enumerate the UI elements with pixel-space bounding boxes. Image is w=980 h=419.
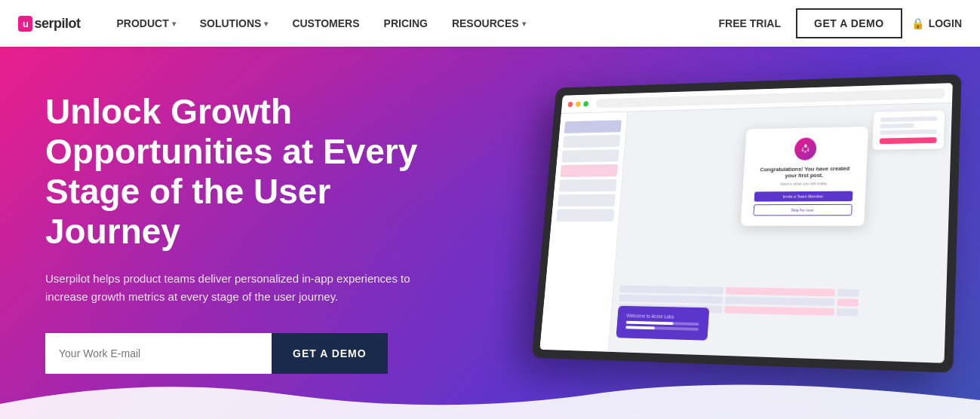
table-cell bbox=[725, 296, 834, 306]
dot-green bbox=[583, 101, 588, 106]
hero-form: GET A DEMO bbox=[45, 333, 422, 374]
hero-title: Unlock Growth Opportunities at Every Sta… bbox=[45, 92, 422, 252]
svg-point-5 bbox=[807, 149, 809, 151]
nav-resources-label: RESOURCES bbox=[452, 17, 519, 29]
nav-pricing[interactable]: PRICING bbox=[372, 0, 440, 47]
svg-point-6 bbox=[804, 151, 806, 153]
hero-subtitle: Userpilot helps product teams deliver pe… bbox=[45, 270, 422, 306]
nav-product-label: PRODUCT bbox=[116, 17, 168, 29]
sidebar-item bbox=[559, 179, 617, 192]
progress-bar-bg bbox=[626, 321, 699, 326]
progress-bar-fill bbox=[625, 326, 655, 329]
nav-customers-label: CUSTOMERS bbox=[292, 17, 359, 29]
sidebar-item bbox=[556, 209, 614, 221]
mockup-frame: Congratulations! You have created your f… bbox=[532, 74, 962, 372]
nav-right: FREE TRIAL GET A DEMO 🔒 LOGIN bbox=[713, 8, 962, 38]
invite-btn: Invite a Team Member bbox=[754, 191, 853, 202]
card-line bbox=[880, 124, 914, 129]
nav-solutions[interactable]: SOLUTIONS ▾ bbox=[188, 0, 281, 47]
progress-bar-fill bbox=[626, 321, 674, 325]
login-link[interactable]: 🔒 LOGIN bbox=[911, 17, 962, 29]
table-cell bbox=[619, 295, 723, 304]
welcome-card: Welcome to Acme Labs bbox=[616, 306, 709, 341]
email-input[interactable] bbox=[45, 333, 272, 374]
hero-section: Unlock Growth Opportunities at Every Sta… bbox=[0, 47, 980, 419]
table-cell bbox=[724, 306, 834, 316]
screen-main: Congratulations! You have created your f… bbox=[608, 103, 952, 363]
screen-body: Congratulations! You have created your f… bbox=[539, 103, 952, 363]
get-demo-button[interactable]: GET A DEMO bbox=[796, 8, 902, 38]
skip-btn: Skip for now bbox=[753, 204, 852, 216]
nav-resources[interactable]: RESOURCES ▾ bbox=[440, 0, 538, 47]
welcome-title: Welcome to Acme Labs bbox=[626, 313, 699, 320]
logo-text: serpilot bbox=[34, 16, 80, 32]
hero-cta-button[interactable]: GET A DEMO bbox=[272, 333, 388, 374]
svg-line-3 bbox=[807, 148, 809, 149]
table-cell bbox=[837, 289, 859, 296]
mockup-screen: Congratulations! You have created your f… bbox=[539, 83, 952, 363]
table-cell bbox=[837, 298, 859, 306]
card-line bbox=[880, 116, 937, 121]
logo-box: u bbox=[18, 16, 32, 32]
hero-content: Unlock Growth Opportunities at Every Sta… bbox=[0, 92, 468, 374]
nav-pricing-label: PRICING bbox=[384, 17, 428, 29]
nav-items: PRODUCT ▾ SOLUTIONS ▾ CUSTOMERS PRICING … bbox=[104, 0, 712, 47]
chevron-down-icon: ▾ bbox=[264, 20, 268, 28]
right-mini-card bbox=[872, 110, 945, 149]
progress-bar-bg bbox=[625, 326, 699, 330]
nav-product[interactable]: PRODUCT ▾ bbox=[104, 0, 187, 47]
free-trial-link[interactable]: FREE TRIAL bbox=[713, 17, 787, 29]
lock-icon: 🔒 bbox=[911, 17, 924, 29]
logo[interactable]: u serpilot bbox=[18, 16, 80, 32]
chevron-down-icon: ▾ bbox=[172, 20, 176, 28]
table-cell bbox=[837, 308, 859, 317]
hero-wave bbox=[0, 374, 980, 419]
table-cell bbox=[619, 286, 723, 295]
table-cell bbox=[726, 287, 835, 296]
svg-line-2 bbox=[802, 148, 803, 149]
app-mockup: Congratulations! You have created your f… bbox=[532, 74, 962, 372]
dot-red bbox=[568, 102, 573, 107]
nav-solutions-label: SOLUTIONS bbox=[200, 17, 262, 29]
card-action-btn bbox=[880, 137, 937, 144]
dot-yellow bbox=[576, 101, 581, 106]
sidebar-item bbox=[563, 135, 620, 148]
svg-point-4 bbox=[801, 149, 803, 151]
card-line bbox=[880, 130, 937, 135]
card-title: Congratulations! You have created your f… bbox=[755, 165, 854, 179]
nav-customers[interactable]: CUSTOMERS bbox=[280, 0, 371, 47]
sidebar-item bbox=[558, 194, 616, 207]
login-label: LOGIN bbox=[929, 17, 962, 29]
sidebar-item bbox=[564, 120, 622, 133]
card-icon bbox=[794, 137, 816, 160]
congrats-card: Congratulations! You have created your f… bbox=[741, 127, 868, 226]
sidebar-item bbox=[561, 149, 619, 162]
chevron-down-icon: ▾ bbox=[522, 20, 526, 28]
sidebar-item bbox=[561, 164, 619, 177]
navbar: u serpilot PRODUCT ▾ SOLUTIONS ▾ CUSTOME… bbox=[0, 0, 980, 47]
card-sub: Here's what you did today bbox=[755, 181, 853, 186]
